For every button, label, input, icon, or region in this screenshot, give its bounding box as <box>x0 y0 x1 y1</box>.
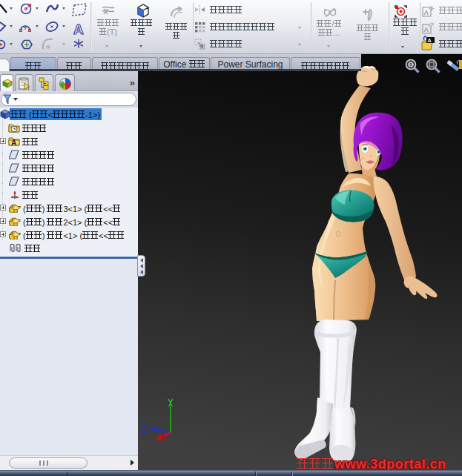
svg-text:A: A <box>424 9 429 16</box>
svg-text:A: A <box>428 38 432 43</box>
svg-text:A: A <box>11 139 16 146</box>
svg-text:X: X <box>160 434 165 440</box>
svg-text:Z: Z <box>141 424 147 435</box>
svg-text:A: A <box>73 22 84 37</box>
svg-text:A: A <box>424 26 429 33</box>
